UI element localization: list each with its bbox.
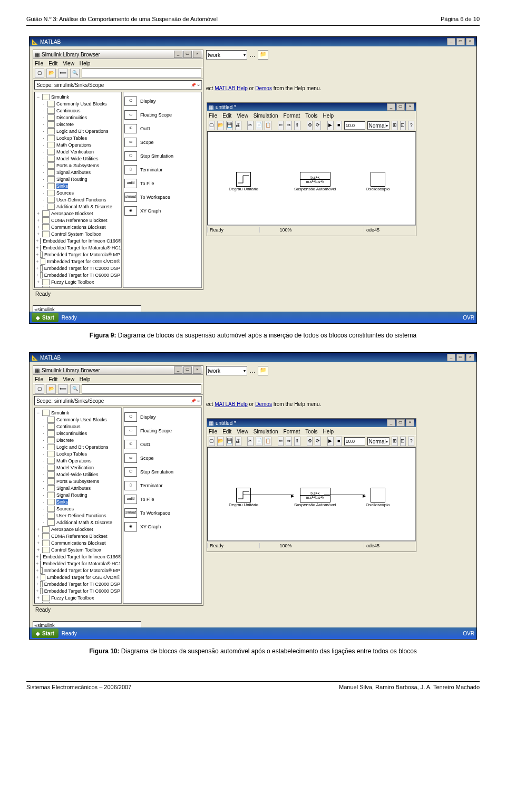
step-block[interactable]	[236, 488, 251, 502]
debug-icon[interactable]: ⚙	[307, 121, 313, 130]
library-tree-2[interactable]: −Simulink ·Commonly Used Blocks·Continuo…	[34, 408, 122, 604]
tree-item[interactable]: ·Logic and Bit Operations	[36, 128, 120, 134]
build-icon[interactable]: ⟳	[315, 121, 321, 130]
mw-sim[interactable]: Simulation	[254, 429, 278, 434]
sinks-list-2[interactable]: ⎔Display▭Floating Scope①Out1▭Scope⬡Stop …	[123, 408, 202, 604]
tree-item[interactable]: ·Lookup Tables	[36, 450, 120, 457]
lib-close[interactable]: ×	[193, 366, 201, 374]
tb-extra1-icon[interactable]: ⊞	[392, 121, 398, 130]
menu-help[interactable]: Help	[80, 61, 91, 66]
sink-item[interactable]: ▭Scope	[124, 136, 200, 149]
tree-item[interactable]: ·Ports & Subsystems	[36, 162, 120, 169]
tree-item[interactable]: ·Sources	[36, 505, 120, 512]
menu-file[interactable]: File	[35, 376, 43, 382]
menu-view[interactable]: View	[63, 61, 74, 66]
tf-block[interactable]: b.s+k m.s²+b.s+k	[300, 172, 330, 187]
tb-extra1-icon[interactable]: ⊞	[392, 437, 398, 446]
tree-item[interactable]: ·Model Verification	[36, 148, 120, 155]
tree-item[interactable]: +CDMA Reference Blockset	[36, 533, 120, 539]
sink-item[interactable]: untitlTo File	[124, 492, 200, 506]
mw-max[interactable]: ▭	[396, 103, 405, 111]
tree-item[interactable]: +Gauges Blockset	[36, 601, 120, 604]
sink-item[interactable]: ▯Terminator	[124, 163, 200, 177]
start-button[interactable]: ◆ Start	[32, 629, 59, 638]
play-icon[interactable]: ▶	[327, 121, 334, 130]
model-canvas-2[interactable]: Degrau Unitário b.s+k m.s²+b.s+k Suspens…	[207, 447, 416, 541]
fwd-icon[interactable]: ⇒	[286, 437, 292, 446]
sink-item[interactable]: ⎔Display	[124, 410, 200, 424]
mw-min[interactable]: _	[387, 103, 395, 111]
paste-icon[interactable]: 📋	[265, 437, 271, 446]
tree-item[interactable]: +Aerospace Blockset	[36, 210, 120, 217]
mw-file[interactable]: File	[209, 113, 217, 119]
close-button[interactable]: ×	[466, 38, 474, 45]
tree-item[interactable]: ·Additional Math & Discrete	[36, 203, 120, 210]
mw-help[interactable]: Help	[323, 113, 334, 119]
tree-item[interactable]: +Embedded Target for Motorola® HC1	[36, 244, 120, 251]
back-icon[interactable]: ⇐	[278, 121, 284, 130]
tree-item[interactable]: +Fuzzy Logic Toolbox	[36, 594, 120, 601]
mw-sim[interactable]: Simulation	[254, 113, 278, 119]
open-model-icon[interactable]: 📂	[217, 437, 224, 446]
menu-edit[interactable]: Edit	[48, 376, 57, 382]
tree-item[interactable]: ·Ports & Subsystems	[36, 478, 120, 485]
tree-item[interactable]: ·Commonly Used Blocks	[36, 100, 120, 107]
sink-item[interactable]: ①Out1	[124, 438, 200, 451]
menu-file[interactable]: File	[35, 61, 43, 66]
tree-item[interactable]: ·Continuous	[36, 423, 120, 430]
sink-item[interactable]: ⬡Stop Simulation	[124, 465, 200, 479]
menu-help[interactable]: Help	[80, 376, 91, 382]
tb-extra2-icon[interactable]: ⊡	[400, 121, 406, 130]
cut-icon[interactable]: ✂	[247, 437, 254, 446]
sink-item[interactable]: ▭Scope	[124, 451, 200, 465]
cut-icon[interactable]: ✂	[247, 121, 254, 130]
menu-edit[interactable]: Edit	[48, 61, 57, 66]
mw-help[interactable]: Help	[323, 429, 334, 434]
sinks-list[interactable]: ⎔Display▭Floating Scope①Out1▭Scope⬡Stop …	[123, 92, 202, 288]
tree-item[interactable]: ·User-Defined Functions	[36, 196, 120, 203]
play-icon[interactable]: ▶	[327, 437, 334, 446]
new-model-icon[interactable]: ▢	[209, 437, 215, 446]
sink-item[interactable]: ▭Floating Scope	[124, 108, 200, 122]
tree-item[interactable]: ·Math Operations	[36, 141, 120, 148]
tree-item[interactable]: +Control System Toolbox	[36, 546, 120, 553]
up-icon[interactable]: ⇑	[294, 437, 300, 446]
tb-extra2-icon[interactable]: ⊡	[400, 437, 406, 446]
sink-item[interactable]: ①Out1	[124, 122, 200, 136]
model-canvas[interactable]: Degrau Unitário b.s+k m.s²+b.s+k Suspens…	[207, 131, 416, 225]
start-button[interactable]: ◆ Start	[32, 313, 59, 322]
nav-icon[interactable]: ⟸	[58, 384, 68, 394]
tree-item[interactable]: ·Signal Routing	[36, 491, 120, 498]
tree-item[interactable]: +Aerospace Blockset	[36, 526, 120, 533]
help-link[interactable]: MATLAB Help	[215, 85, 248, 91]
help-link[interactable]: MATLAB Help	[215, 401, 248, 407]
mw-max[interactable]: ▭	[396, 419, 405, 427]
lib-min[interactable]: _	[174, 51, 182, 58]
folder-icon[interactable]: 📁	[258, 50, 268, 60]
maximize-button[interactable]: ▭	[456, 38, 465, 45]
save-icon[interactable]: 💾	[226, 121, 233, 130]
mw-tools[interactable]: Tools	[305, 429, 317, 434]
sim-mode[interactable]: Normal	[369, 123, 386, 129]
tree-item[interactable]: ·Model-Wide Utilities	[36, 471, 120, 478]
browse-up-icon[interactable]: …	[249, 367, 256, 374]
tree-item[interactable]: ·Additional Math & Discrete	[36, 519, 120, 526]
sink-item[interactable]: ⬡Stop Simulation	[124, 149, 200, 163]
tree-item[interactable]: +Embedded Target for Motorola® MP	[36, 251, 120, 258]
tree-item[interactable]: ·Signal Attributes	[36, 169, 120, 176]
search-input[interactable]	[82, 384, 201, 394]
open-model-icon[interactable]: 📂	[217, 121, 224, 130]
copy-icon[interactable]: 📄	[256, 121, 262, 130]
tree-item[interactable]: ·Discontinuities	[36, 114, 120, 121]
sink-item[interactable]: ⎔Display	[124, 94, 200, 108]
scope-block[interactable]	[371, 172, 385, 187]
print-icon[interactable]: 🖨	[235, 121, 241, 130]
mw-view[interactable]: View	[237, 429, 248, 434]
find-icon[interactable]: 🔍	[70, 69, 80, 78]
tree-item[interactable]: +Embedded Target for OSEK/VDX®	[36, 258, 120, 265]
maximize-button[interactable]: ▭	[456, 354, 465, 361]
folder-icon[interactable]: 📁	[258, 366, 268, 375]
scope-block[interactable]	[371, 488, 385, 502]
tree-item[interactable]: +Embedded Target for OSEK/VDX®	[36, 574, 120, 581]
tree-item[interactable]: ·Discrete	[36, 437, 120, 443]
